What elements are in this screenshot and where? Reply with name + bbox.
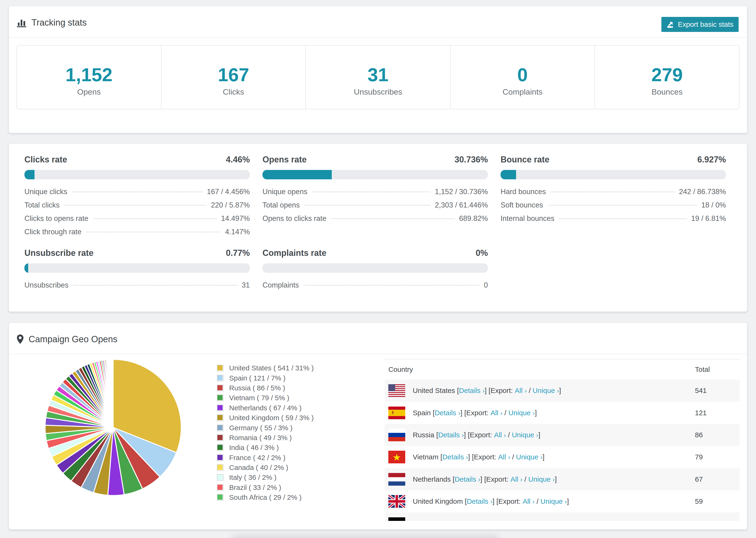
legend-item[interactable]: Germany ( 55 / 3% ) [217, 423, 314, 433]
legend-item[interactable]: South Africa ( 29 / 2% ) [217, 493, 314, 502]
export-unique-link[interactable]: Unique › [519, 520, 546, 521]
export-unique-link[interactable]: Unique › [533, 387, 559, 395]
legend-swatch [217, 385, 224, 391]
geo-table-row: United Kingdom [Details ›] [Export: All … [385, 490, 739, 512]
export-all-link[interactable]: All › [502, 520, 513, 521]
flag-icon-ru [388, 429, 405, 441]
legend-label: Vietnam ( 79 / 5% ) [229, 394, 289, 402]
legend-item[interactable]: Romania ( 49 / 3% ) [217, 433, 314, 443]
card-rates: Clicks rate 4.46% Unique clicks167 / 4.4… [9, 143, 747, 312]
legend-label: Romania ( 49 / 3% ) [229, 434, 292, 442]
stat-bounces-value: 279 [651, 64, 682, 86]
dotted-leader [303, 285, 479, 286]
dotted-leader [64, 205, 206, 206]
legend-swatch [217, 494, 224, 501]
legend-item[interactable]: India ( 46 / 3% ) [217, 443, 314, 453]
legend-label: United Kingdom ( 59 / 3% ) [229, 414, 314, 422]
legend-swatch [217, 414, 224, 421]
unsubscribe-rate-bar [25, 263, 250, 273]
legend-label: Brazil ( 33 / 2% ) [229, 484, 281, 492]
details-link[interactable]: Details › [435, 409, 460, 417]
row-label: Complaints [262, 278, 299, 292]
country-name: United States [413, 387, 457, 395]
card-campaign-geo-opens: Campaign Geo Opens United States ( 541 /… [9, 322, 747, 530]
stat-clicks-value: 167 [218, 64, 249, 86]
export-all-link[interactable]: All › [515, 387, 527, 395]
row-value: 689.82% [459, 212, 488, 225]
export-unique-link[interactable]: Unique › [508, 409, 535, 417]
legend-item[interactable]: France ( 42 / 2% ) [217, 453, 314, 463]
legend-swatch [217, 474, 224, 481]
export-unique-link[interactable]: Unique › [528, 475, 555, 483]
legend-label: Russia ( 86 / 5% ) [229, 384, 285, 392]
export-unique-link[interactable]: Unique › [516, 453, 543, 461]
export-unique-link[interactable]: Unique › [512, 431, 538, 439]
export-all-link[interactable]: All › [511, 475, 522, 483]
geo-title-row: Campaign Geo Opens [17, 334, 117, 344]
stat-complaints-value: 0 [517, 64, 528, 86]
row-label: Soft bounces [501, 198, 543, 212]
geo-header: Campaign Geo Opens [9, 323, 747, 354]
export-all-link[interactable]: All › [523, 497, 535, 506]
rate-opens: Opens rate 30.736% Unique opens1,152 / 3… [262, 154, 488, 239]
export-all-link[interactable]: All › [490, 409, 503, 417]
details-link[interactable]: Details › [446, 520, 471, 521]
legend-item[interactable]: Brazil ( 33 / 2% ) [217, 483, 314, 493]
row-label: Clicks to opens rate [25, 212, 88, 225]
country-total: 86 [695, 424, 739, 446]
legend-label: Spain ( 121 / 7% ) [229, 374, 286, 382]
details-link[interactable]: Details › [438, 431, 464, 439]
export-unique-link[interactable]: Unique › [540, 497, 567, 506]
export-basic-stats-button[interactable]: Export basic stats [661, 17, 739, 32]
legend-item[interactable]: Spain ( 121 / 7% ) [217, 373, 314, 383]
country-name: Vietnam [413, 453, 441, 461]
pie-slice[interactable] [113, 359, 113, 427]
details-link[interactable]: Details › [455, 475, 480, 483]
row-value: 18 / 0% [701, 198, 726, 212]
legend-item[interactable]: Vietnam ( 79 / 5% ) [217, 393, 314, 403]
legend-swatch [217, 375, 224, 381]
row-label: Unique opens [262, 185, 307, 198]
export-all-link[interactable]: All › [498, 453, 510, 461]
tracking-header: Tracking stats Export basic stats [9, 6, 747, 37]
rates-row-1: Clicks rate 4.46% Unique clicks167 / 4.4… [9, 154, 747, 239]
dotted-leader [86, 232, 220, 232]
legend-item[interactable]: United Kingdom ( 59 / 3% ) [217, 413, 314, 423]
stat-opens: 1,152 Opens [17, 45, 162, 109]
dotted-leader [548, 205, 697, 206]
legend-label: Italy ( 36 / 2% ) [229, 473, 277, 481]
legend-item[interactable]: Italy ( 36 / 2% ) [217, 472, 314, 482]
geo-table-row: Russia [Details ›] [Export: All › / Uniq… [385, 424, 739, 446]
legend-item[interactable]: United States ( 541 / 31% ) [217, 363, 314, 373]
details-link[interactable]: Details › [459, 387, 485, 395]
rate-value: 6.927% [697, 154, 726, 165]
geo-pie-chart[interactable] [17, 354, 183, 497]
country-name: United Kingdom [413, 497, 465, 506]
flag-icon-nl [388, 473, 405, 486]
page: Tracking stats Export basic stats 1,152 … [0, 0, 756, 530]
row-value: 2,303 / 61.446% [435, 198, 488, 212]
row-value: 14.497% [221, 212, 250, 225]
row-value: 31 [242, 278, 250, 292]
legend-label: Canada ( 40 / 2% ) [229, 463, 288, 471]
stat-unsubscribes: 31 Unsubscribes [306, 45, 451, 109]
legend-swatch [217, 455, 224, 461]
legend-label: France ( 42 / 2% ) [229, 454, 286, 462]
legend-item[interactable]: Russia ( 86 / 5% ) [217, 383, 314, 393]
dotted-leader [304, 205, 430, 206]
legend-item[interactable]: Canada ( 40 / 2% ) [217, 463, 314, 472]
details-link[interactable]: Details › [467, 497, 492, 506]
geo-body: United States ( 541 / 31% )Spain ( 121 /… [9, 354, 747, 529]
stat-clicks: 167 Clicks [162, 45, 306, 109]
rate-clicks: Clicks rate 4.46% Unique clicks167 / 4.4… [25, 154, 250, 239]
details-link[interactable]: Details › [442, 453, 468, 461]
dotted-leader [551, 191, 674, 192]
legend-item[interactable]: Netherlands ( 67 / 4% ) [217, 403, 314, 413]
legend-label: South Africa ( 29 / 2% ) [229, 493, 301, 501]
export-all-link[interactable]: All › [494, 431, 506, 439]
geo-table-row: United States [Details ›] [Export: All ›… [385, 380, 739, 402]
stat-complaints: 0 Complaints [451, 45, 595, 109]
row-value: 19 / 6.81% [691, 212, 726, 225]
dotted-leader [559, 218, 686, 219]
rate-title: Unsubscribe rate [25, 247, 93, 259]
